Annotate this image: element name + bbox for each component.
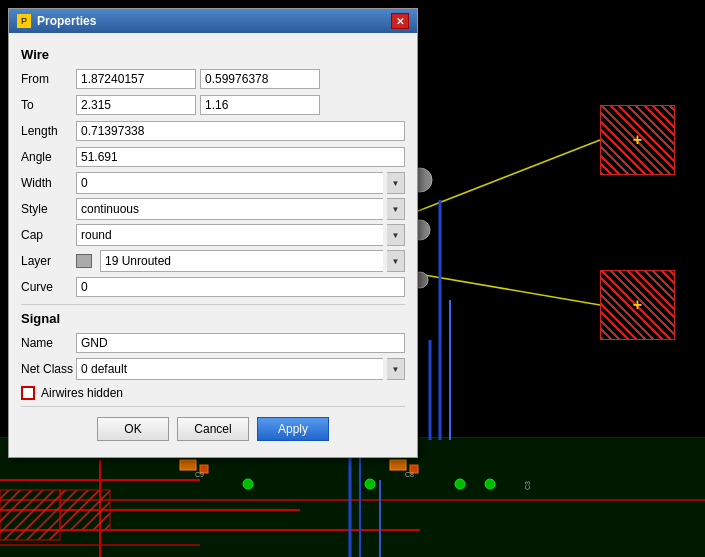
airwires-checkbox[interactable] <box>21 386 35 400</box>
to-label: To <box>21 98 76 112</box>
netclass-dropdown-arrow[interactable]: ▼ <box>387 358 405 380</box>
length-value <box>76 121 405 141</box>
width-input[interactable] <box>76 172 383 194</box>
netclass-row: Net Class ▼ <box>21 358 405 380</box>
pcb-pad-2: + <box>600 270 675 340</box>
dialog-title: Properties <box>37 14 96 28</box>
width-label: Width <box>21 176 76 190</box>
layer-value: ▼ <box>76 250 405 272</box>
netclass-value: ▼ <box>76 358 405 380</box>
layer-dropdown-arrow[interactable]: ▼ <box>387 250 405 272</box>
angle-input[interactable] <box>76 147 405 167</box>
button-row: OK Cancel Apply <box>21 417 405 447</box>
svg-line-0 <box>395 140 600 220</box>
pcb-pad-1: + <box>600 105 675 175</box>
curve-value <box>76 277 405 297</box>
length-row: Length <box>21 120 405 142</box>
from-x-input[interactable] <box>76 69 196 89</box>
angle-label: Angle <box>21 150 76 164</box>
airwires-label: Airwires hidden <box>41 386 123 400</box>
style-label: Style <box>21 202 76 216</box>
curve-input[interactable] <box>76 277 405 297</box>
length-label: Length <box>21 124 76 138</box>
from-values <box>76 69 405 89</box>
length-input[interactable] <box>76 121 405 141</box>
section-divider <box>21 304 405 305</box>
close-button[interactable]: ✕ <box>391 13 409 29</box>
apply-button[interactable]: Apply <box>257 417 329 441</box>
name-label: Name <box>21 336 76 350</box>
to-x-input[interactable] <box>76 95 196 115</box>
titlebar-left: P Properties <box>17 14 96 28</box>
buttons-divider <box>21 406 405 407</box>
style-value: ▼ <box>76 198 405 220</box>
layer-row: Layer ▼ <box>21 250 405 272</box>
width-value: ▼ <box>76 172 405 194</box>
to-y-input[interactable] <box>200 95 320 115</box>
netclass-input[interactable] <box>76 358 383 380</box>
ok-button[interactable]: OK <box>97 417 169 441</box>
cancel-button[interactable]: Cancel <box>177 417 249 441</box>
wire-section-header: Wire <box>21 47 405 62</box>
pad-cross-1: + <box>633 131 642 149</box>
style-input[interactable] <box>76 198 383 220</box>
name-row: Name <box>21 332 405 354</box>
width-row: Width ▼ <box>21 172 405 194</box>
from-row: From <box>21 68 405 90</box>
style-dropdown-arrow[interactable]: ▼ <box>387 198 405 220</box>
angle-row: Angle <box>21 146 405 168</box>
properties-dialog: P Properties ✕ Wire From To Lengt <box>8 8 418 458</box>
dialog-icon: P <box>17 14 31 28</box>
style-row: Style ▼ <box>21 198 405 220</box>
angle-value <box>76 147 405 167</box>
to-row: To <box>21 94 405 116</box>
cap-value: ▼ <box>76 224 405 246</box>
netclass-label: Net Class <box>21 362 76 376</box>
layer-input[interactable] <box>100 250 383 272</box>
cap-dropdown-arrow[interactable]: ▼ <box>387 224 405 246</box>
cap-row: Cap ▼ <box>21 224 405 246</box>
curve-label: Curve <box>21 280 76 294</box>
pad-cross-2: + <box>633 296 642 314</box>
to-values <box>76 95 405 115</box>
cap-label: Cap <box>21 228 76 242</box>
name-input[interactable] <box>76 333 405 353</box>
cap-input[interactable] <box>76 224 383 246</box>
layer-color-swatch <box>76 254 92 268</box>
width-dropdown-arrow[interactable]: ▼ <box>387 172 405 194</box>
curve-row: Curve <box>21 276 405 298</box>
from-y-input[interactable] <box>200 69 320 89</box>
svg-line-1 <box>395 270 600 305</box>
name-value <box>76 333 405 353</box>
dialog-titlebar: P Properties ✕ <box>9 9 417 33</box>
from-label: From <box>21 72 76 86</box>
airwires-row: Airwires hidden <box>21 386 405 400</box>
dialog-content: Wire From To Length Angle <box>9 33 417 457</box>
signal-section-header: Signal <box>21 311 405 326</box>
layer-label: Layer <box>21 254 76 268</box>
